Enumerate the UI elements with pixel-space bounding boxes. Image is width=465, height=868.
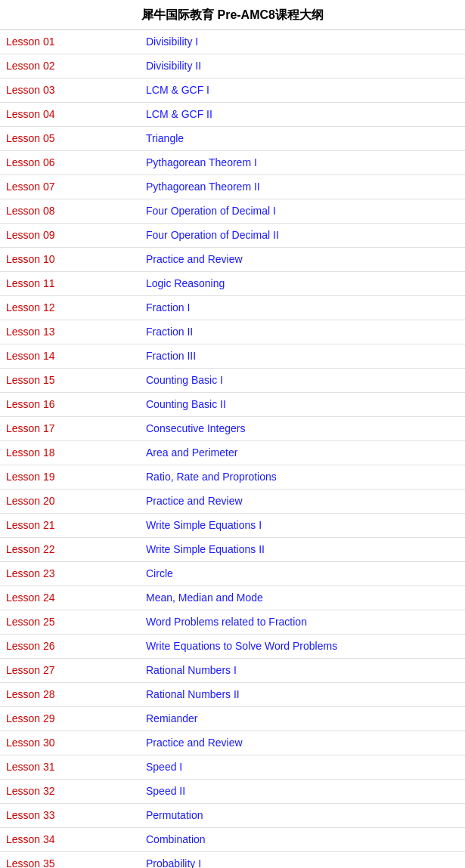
lesson-number: Lesson 18: [0, 441, 140, 465]
lesson-number: Lesson 04: [0, 103, 140, 127]
lesson-title: Four Operation of Decimal II: [140, 224, 465, 248]
table-row: Lesson 08Four Operation of Decimal I: [0, 199, 465, 224]
lesson-number: Lesson 03: [0, 79, 140, 103]
lesson-title: LCM & GCF I: [140, 79, 465, 103]
table-row: Lesson 31Speed I: [0, 755, 465, 780]
lesson-number: Lesson 29: [0, 707, 140, 731]
lesson-title: Fraction II: [140, 320, 465, 344]
table-row: Lesson 06Pythagorean Theorem I: [0, 151, 465, 175]
lesson-title: Probability I: [140, 852, 465, 869]
lesson-title: Divisibility II: [140, 54, 465, 79]
table-row: Lesson 33Permutation: [0, 804, 465, 828]
table-row: Lesson 12Fraction I: [0, 296, 465, 320]
lesson-title: Fraction I: [140, 296, 465, 320]
lesson-title: Triangle: [140, 127, 465, 151]
lesson-number: Lesson 35: [0, 852, 140, 869]
lesson-number: Lesson 25: [0, 610, 140, 635]
lesson-number: Lesson 01: [0, 30, 140, 54]
table-row: Lesson 32Speed II: [0, 780, 465, 804]
lesson-title: Four Operation of Decimal I: [140, 199, 465, 224]
lesson-title: Write Simple Equations II: [140, 538, 465, 562]
lesson-title: Permutation: [140, 804, 465, 828]
table-row: Lesson 01Divisibility I: [0, 30, 465, 54]
lesson-title: Counting Basic I: [140, 369, 465, 393]
lesson-number: Lesson 16: [0, 393, 140, 417]
table-row: Lesson 14Fraction III: [0, 344, 465, 369]
lesson-title: Write Equations to Solve Word Problems: [140, 635, 465, 659]
table-row: Lesson 19Ratio, Rate and Proprotions: [0, 465, 465, 490]
lesson-number: Lesson 26: [0, 635, 140, 659]
lesson-title: Logic Reasoning: [140, 272, 465, 296]
table-row: Lesson 22Write Simple Equations II: [0, 538, 465, 562]
lesson-table: Lesson 01Divisibility ILesson 02Divisibi…: [0, 30, 465, 868]
lesson-number: Lesson 05: [0, 127, 140, 151]
lesson-number: Lesson 15: [0, 369, 140, 393]
lesson-number: Lesson 14: [0, 344, 140, 369]
lesson-title: Practice and Review: [140, 248, 465, 272]
table-row: Lesson 16Counting Basic II: [0, 393, 465, 417]
lesson-number: Lesson 22: [0, 538, 140, 562]
lesson-title: Fraction III: [140, 344, 465, 369]
table-row: Lesson 27Rational Numbers I: [0, 659, 465, 683]
table-row: Lesson 05Triangle: [0, 127, 465, 151]
lesson-title: Combination: [140, 828, 465, 852]
lesson-number: Lesson 13: [0, 320, 140, 344]
table-row: Lesson 35Probability I: [0, 852, 465, 869]
lesson-number: Lesson 32: [0, 780, 140, 804]
lesson-number: Lesson 30: [0, 731, 140, 755]
lesson-title: Consecutive Integers: [140, 417, 465, 441]
table-row: Lesson 30Practice and Review: [0, 731, 465, 755]
lesson-number: Lesson 28: [0, 683, 140, 707]
lesson-number: Lesson 10: [0, 248, 140, 272]
lesson-number: Lesson 33: [0, 804, 140, 828]
table-row: Lesson 04LCM & GCF II: [0, 103, 465, 127]
lesson-number: Lesson 07: [0, 175, 140, 199]
table-row: Lesson 29Remiander: [0, 707, 465, 731]
table-row: Lesson 07Pythagorean Theorem II: [0, 175, 465, 199]
lesson-title: Speed II: [140, 780, 465, 804]
lesson-title: Circle: [140, 562, 465, 586]
lesson-number: Lesson 24: [0, 586, 140, 610]
lesson-title: Counting Basic II: [140, 393, 465, 417]
lesson-number: Lesson 23: [0, 562, 140, 586]
lesson-number: Lesson 12: [0, 296, 140, 320]
lesson-title: Pythagorean Theorem I: [140, 151, 465, 175]
lesson-title: Pythagorean Theorem II: [140, 175, 465, 199]
table-row: Lesson 25Word Problems related to Fracti…: [0, 610, 465, 635]
table-row: Lesson 15Counting Basic I: [0, 369, 465, 393]
lesson-title: Practice and Review: [140, 731, 465, 755]
lesson-title: LCM & GCF II: [140, 103, 465, 127]
table-row: Lesson 02Divisibility II: [0, 54, 465, 79]
lesson-number: Lesson 06: [0, 151, 140, 175]
lesson-title: Mean, Median and Mode: [140, 586, 465, 610]
table-row: Lesson 20Practice and Review: [0, 490, 465, 514]
table-row: Lesson 17Consecutive Integers: [0, 417, 465, 441]
table-row: Lesson 21Write Simple Equations I: [0, 514, 465, 538]
table-row: Lesson 23Circle: [0, 562, 465, 586]
table-row: Lesson 28Rational Numbers II: [0, 683, 465, 707]
table-row: Lesson 26Write Equations to Solve Word P…: [0, 635, 465, 659]
lesson-title: Rational Numbers I: [140, 659, 465, 683]
table-row: Lesson 11Logic Reasoning: [0, 272, 465, 296]
lesson-number: Lesson 34: [0, 828, 140, 852]
table-row: Lesson 03LCM & GCF I: [0, 79, 465, 103]
page-title: 犀牛国际教育 Pre-AMC8课程大纲: [0, 0, 465, 30]
lesson-number: Lesson 21: [0, 514, 140, 538]
lesson-number: Lesson 11: [0, 272, 140, 296]
lesson-number: Lesson 08: [0, 199, 140, 224]
lesson-title: Remiander: [140, 707, 465, 731]
lesson-number: Lesson 20: [0, 490, 140, 514]
lesson-title: Word Problems related to Fraction: [140, 610, 465, 635]
table-row: Lesson 13Fraction II: [0, 320, 465, 344]
lesson-title: Area and Perimeter: [140, 441, 465, 465]
table-row: Lesson 18Area and Perimeter: [0, 441, 465, 465]
table-row: Lesson 34Combination: [0, 828, 465, 852]
lesson-title: Write Simple Equations I: [140, 514, 465, 538]
lesson-number: Lesson 09: [0, 224, 140, 248]
lesson-title: Rational Numbers II: [140, 683, 465, 707]
lesson-title: Ratio, Rate and Proprotions: [140, 465, 465, 490]
table-row: Lesson 09Four Operation of Decimal II: [0, 224, 465, 248]
lesson-title: Practice and Review: [140, 490, 465, 514]
lesson-title: Divisibility I: [140, 30, 465, 54]
lesson-number: Lesson 02: [0, 54, 140, 79]
